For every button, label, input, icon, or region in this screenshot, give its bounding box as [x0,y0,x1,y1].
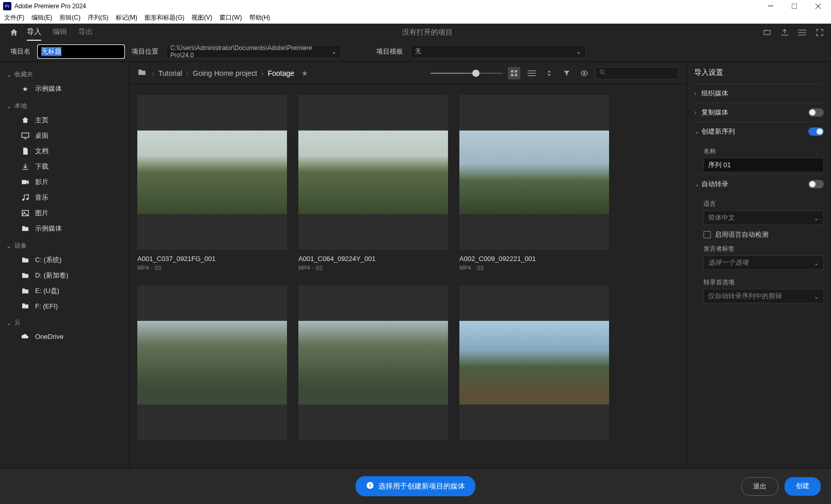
project-name-input[interactable] [38,45,124,58]
tab-edit[interactable]: 编辑 [53,24,67,41]
language-detect-checkbox[interactable]: 启用语言自动检测 [704,230,824,239]
filter-button[interactable] [561,67,573,79]
media-card[interactable]: A002_C009_092221_001MP4 · :02 [459,95,609,271]
project-name-label: 项目名 [10,47,30,56]
menu-view[interactable]: 视图(V) [191,13,212,22]
folder-icon [21,271,30,280]
menu-file[interactable]: 文件(F) [4,13,24,22]
sequence-name-input[interactable] [704,158,824,172]
sidebar-item-drive-e[interactable]: E: (U盘) [0,283,129,299]
language-dropdown[interactable]: 简体中文⌄ [704,210,824,225]
search-box[interactable] [596,67,678,79]
doc-icon [21,147,30,155]
media-card[interactable] [298,285,448,440]
create-sequence-toggle[interactable] [808,127,824,136]
maximize-button[interactable] [782,0,806,12]
svg-point-10 [22,199,24,201]
sidebar-item-drive-c[interactable]: C: (系统) [0,252,129,268]
grid-view-button[interactable] [508,67,520,79]
menu-sequence[interactable]: 序列(S) [88,13,108,22]
image-icon [21,209,30,217]
project-location-dropdown[interactable]: C:\Users\Administrator\Documents\Adobe\P… [166,45,341,58]
sidebar-item-pictures[interactable]: 图片 [0,205,129,221]
footer-bar: i 选择用于创建新项目的媒体 退出 创建 [0,468,831,504]
sidebar-item-videos[interactable]: 影片 [0,174,129,190]
info-icon: i [366,481,374,491]
sidebar-item-home[interactable]: 主页 [0,112,129,128]
media-card[interactable] [459,285,609,440]
breadcrumb-current: Footage [268,69,294,77]
project-template-dropdown[interactable]: 无 ⌄ [410,45,586,58]
close-button[interactable] [806,0,830,12]
sidebar-item-music[interactable]: 音乐 [0,190,129,205]
setting-auto-transcribe[interactable]: ⌄自动转录 [694,174,824,193]
chevron-right-icon: › [261,69,264,77]
home-icon[interactable] [6,28,22,37]
sidebar-item-documents[interactable]: 文档 [0,143,129,159]
svg-rect-8 [22,133,28,138]
sidebar-item-downloads[interactable]: 下载 [0,159,129,174]
tab-import[interactable]: 导入 [27,24,41,41]
copy-media-toggle[interactable] [808,108,824,117]
auto-transcribe-toggle[interactable] [808,180,824,188]
sidebar-header-local[interactable]: ⌄本地 [0,100,129,112]
folder-icon [21,224,30,233]
sidebar-item-drive-f[interactable]: F: (EFI) [0,299,129,313]
svg-rect-17 [515,74,517,76]
project-location-label: 项目位置 [132,47,158,56]
sidebar-header-cloud[interactable]: ⌄云 [0,316,129,329]
menu-clip[interactable]: 剪辑(C) [59,13,81,22]
search-icon [599,69,605,77]
transcribe-pref-dropdown[interactable]: 仅自动转录序列中的剪辑⌄ [704,289,824,303]
tab-export[interactable]: 导出 [78,24,93,41]
title-bar: Pr Adobe Premiere Pro 2024 [0,0,831,12]
transcribe-pref-label: 转录首选项 [704,278,824,287]
list-view-button[interactable] [525,67,538,79]
menu-edit[interactable]: 编辑(E) [31,13,52,22]
menu-help[interactable]: 帮助(H) [249,13,270,22]
menu-markers[interactable]: 标记(M) [116,13,137,22]
setting-organize-media[interactable]: ›组织媒体 [694,84,824,103]
minimize-button[interactable] [759,0,782,12]
visibility-button[interactable] [578,67,590,79]
share-icon[interactable] [779,27,790,38]
clip-meta: MP4 · :02 [298,265,448,271]
breadcrumb-item[interactable]: Going Home project [193,69,258,77]
sidebar-item-desktop[interactable]: 桌面 [0,128,129,143]
download-icon [21,162,30,171]
chevron-down-icon: ⌄ [6,319,11,327]
project-location-value: C:\Users\Administrator\Documents\Adobe\P… [170,44,331,59]
sidebar-header-devices[interactable]: ⌄设备 [0,239,129,252]
menu-window[interactable]: 窗口(W) [219,13,242,22]
quick-export-icon[interactable] [762,27,772,38]
workspace-bar: 导入 编辑 导出 没有打开的项目 [0,24,831,41]
sort-button[interactable] [543,67,555,79]
sidebar-item-sample-media[interactable]: 示例媒体 [0,221,129,236]
speaker-label: 发言者标签 [704,245,824,253]
workspace-menu-icon[interactable] [797,27,807,38]
sidebar-item-drive-d[interactable]: D: (新加卷) [0,268,129,283]
media-card[interactable] [137,285,287,440]
chevron-down-icon: ⌄ [331,48,337,55]
select-media-button[interactable]: i 选择用于创建新项目的媒体 [356,476,475,496]
create-button[interactable]: 创建 [785,477,821,496]
fullscreen-icon[interactable] [814,27,825,38]
media-card[interactable]: A001_C064_09224Y_001MP4 · :02 [298,95,448,271]
svg-point-11 [26,198,28,200]
sidebar-item-sample-media-fav[interactable]: ★示例媒体 [0,81,129,96]
setting-create-sequence[interactable]: ⌄创建新序列 [694,122,824,141]
media-card[interactable]: A001_C037_0921FG_001MP4 · :01 [137,95,287,271]
breadcrumb-item[interactable]: Tutorial [158,69,182,77]
sidebar-header-favorites[interactable]: ⌄收藏夹 [0,68,129,81]
thumbnail-zoom-slider[interactable] [430,69,503,78]
project-status: 没有打开的项目 [93,28,762,37]
speaker-dropdown[interactable]: 选择一个选项⌄ [704,255,824,270]
chevron-right-icon: › [186,69,189,77]
search-input[interactable] [605,70,683,77]
sidebar-item-onedrive[interactable]: OneDrive [0,329,129,344]
favorite-star-icon[interactable]: ★ [301,69,308,77]
menu-graphics[interactable]: 图形和标题(G) [145,13,184,22]
home-icon [21,116,30,124]
setting-copy-media[interactable]: ›复制媒体 [694,103,824,122]
exit-button[interactable]: 退出 [741,477,778,496]
